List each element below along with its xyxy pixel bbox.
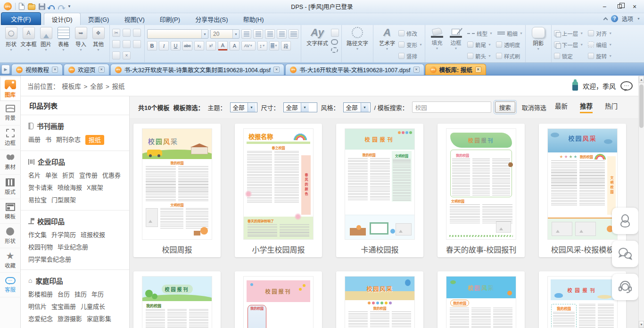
align-button[interactable]: 对齐▼ <box>588 28 612 39</box>
category-link[interactable]: 门型展架 <box>51 195 76 204</box>
delete-icon[interactable]: × <box>123 51 131 59</box>
category-link[interactable]: 恋爱纪念 <box>28 314 53 323</box>
menu-tab-print[interactable]: 印刷(P) <box>152 13 188 25</box>
category-link[interactable]: 书 <box>45 135 51 145</box>
doc-tab-template-library[interactable]: DPS 模板库: 报纸 × <box>425 64 486 75</box>
category-link[interactable]: 家庭影集 <box>87 314 111 323</box>
customize-quick-access-icon[interactable]: ▼ <box>67 4 71 8</box>
paste-icon[interactable] <box>112 51 120 59</box>
menu-tab-share-export[interactable]: 分享导出(S) <box>188 13 235 25</box>
category-link[interactable]: 期刊杂志 <box>56 135 81 145</box>
line-spacing-button[interactable]: ↕▼ <box>257 41 267 50</box>
theme-select[interactable]: 全部▼ <box>230 102 257 112</box>
category-link[interactable]: 升学简历 <box>51 230 76 239</box>
fill-button[interactable]: 填充▼ <box>428 27 446 50</box>
layer-down-button[interactable]: 下一层▼ <box>554 39 583 50</box>
template-card-primary-weekly[interactable]: 校报名称 春之校园 春风的颜色 春天的闹钟铃响了 <box>235 124 322 257</box>
breadcrumb-all[interactable]: 全部 <box>90 83 103 90</box>
category-link[interactable]: 贺卡请柬 <box>28 183 53 192</box>
rotate-button[interactable]: 旋转▼ <box>588 50 612 61</box>
redo-icon[interactable] <box>58 5 64 9</box>
category-link[interactable]: 作文集 <box>28 230 47 239</box>
customer-service-button[interactable] <box>612 274 638 300</box>
category-link[interactable]: 易拉宝 <box>28 195 47 204</box>
close-tab-icon[interactable]: × <box>413 67 420 73</box>
category-link[interactable]: 优惠券 <box>102 171 121 180</box>
sidebar-item-background[interactable]: 背景 <box>0 101 21 126</box>
text-style-button[interactable]: Ay 文字样式 <box>304 27 331 47</box>
scroll-thumb[interactable] <box>639 84 644 128</box>
category-link[interactable]: 画册 <box>28 135 41 145</box>
category-link[interactable]: X展架 <box>87 183 103 192</box>
sidebar-item-favorites[interactable]: ★收藏 <box>0 248 21 273</box>
template-card-spring-story[interactable]: 校园报刊 我的校园 文明校园 春天的故事-校园报刊 <box>438 124 525 257</box>
doc-tab-video-tutorial[interactable]: DPS 视频教程 × <box>11 64 63 75</box>
doc-tab-welcome[interactable]: DPS 欢迎页 × <box>64 64 109 75</box>
sidebar-item-border[interactable]: 边框 <box>0 126 21 150</box>
align-right-button[interactable] <box>265 29 275 39</box>
text-wrap-icon[interactable] <box>331 29 339 37</box>
group-button[interactable]: 编组▼ <box>588 39 612 50</box>
align-justify-button[interactable] <box>277 29 287 39</box>
doc-tab-book32[interactable]: DPS 书-大32开软皮平装-诗集散文文集封面190628-1004.dpsf … <box>110 64 285 75</box>
doc-tab-book16[interactable]: DPS 书-大16开软皮平装-文档190628-1007.dpsf × <box>285 64 424 75</box>
category-link[interactable]: 宣传册 <box>79 171 98 180</box>
sidebar-item-layout[interactable]: 版式 <box>0 175 21 199</box>
art-text-button[interactable]: A 艺术字▼ <box>376 27 398 50</box>
sidebar-item-template[interactable]: 模板 <box>0 199 21 224</box>
options-dropdown-icon[interactable]: ▼ <box>637 17 640 20</box>
restore-button[interactable] <box>612 1 627 12</box>
font-family-select[interactable]: ▼ <box>147 29 208 39</box>
breadcrumb-newspaper[interactable]: 报纸 <box>112 83 125 90</box>
scroll-down-button[interactable]: ▼ <box>639 321 644 328</box>
search-button[interactable]: 搜索 <box>495 101 515 113</box>
open-file-icon[interactable] <box>28 4 35 10</box>
collapse-ribbon-icon[interactable] <box>603 17 608 22</box>
menu-tab-file[interactable]: 文件(F) <box>1 12 41 25</box>
vertical-scrollbar[interactable]: ▲ ▼ <box>638 76 644 328</box>
sidebar-item-gallery[interactable]: 图库 <box>0 76 21 101</box>
category-link[interactable]: 喷绘海报 <box>58 183 82 192</box>
menu-tab-design[interactable]: 设计(D) <box>44 13 81 25</box>
close-tab-icon[interactable]: × <box>475 67 481 73</box>
sort-recommended[interactable]: 推荐 <box>580 101 593 113</box>
font-size-select[interactable]: 20▼ <box>210 29 239 39</box>
line-type-button[interactable]: 线型 <box>477 30 487 37</box>
transform-button[interactable]: 变形▼ <box>398 39 422 50</box>
layer-up-button[interactable]: 上一层▼ <box>554 28 583 39</box>
category-link[interactable]: 宝宝画册 <box>51 302 76 311</box>
subscript-button[interactable]: x₂ <box>194 41 204 50</box>
highlight-color-button[interactable]: A <box>230 41 239 50</box>
wechat-contact-button[interactable] <box>612 241 638 267</box>
menu-tab-page[interactable]: 页面(G) <box>81 13 117 25</box>
new-document-icon[interactable] <box>19 3 25 10</box>
category-link[interactable]: 毕业纪念册 <box>58 243 88 252</box>
insert-textbox-button[interactable]: A 文本框▼ <box>20 27 37 51</box>
columns-button[interactable]: ▼ <box>269 41 279 50</box>
align-distribute-button[interactable] <box>289 29 298 39</box>
category-link[interactable]: 台历 <box>58 290 70 299</box>
category-link[interactable]: 影楼相册 <box>28 290 53 299</box>
select-cursor-icon[interactable] <box>123 40 131 48</box>
style-select[interactable]: 全部▼ <box>343 102 371 112</box>
size-select[interactable]: 全部▼ <box>283 102 317 112</box>
qq-contact-button[interactable] <box>612 208 638 234</box>
strikethrough-button[interactable]: abc <box>182 41 192 50</box>
superscript-button[interactable]: x² <box>206 41 216 50</box>
modify-button[interactable]: 修改 <box>398 28 422 39</box>
category-link[interactable]: 单张 <box>45 171 58 180</box>
minimize-button[interactable]: − <box>597 1 612 12</box>
insert-image-button[interactable]: 图片▼ <box>37 27 55 51</box>
border-button[interactable]: 边框▼ <box>446 27 465 50</box>
category-link[interactable]: 旅游摄影 <box>58 314 82 323</box>
category-link[interactable]: 班报校报 <box>81 230 105 239</box>
category-link[interactable]: 名片 <box>28 171 41 180</box>
opacity-button[interactable]: 透明度 <box>504 41 520 49</box>
breadcrumb-template-library[interactable]: 模板库 <box>62 83 81 90</box>
sidebar-item-support[interactable]: ⋯客服 <box>0 273 21 297</box>
template-card-campus-weekly[interactable]: 校园风采 我的校园 文明校园 校园周报 <box>133 124 221 257</box>
menu-tab-view[interactable]: 视图(V) <box>116 13 152 25</box>
template-card[interactable]: 校园风采 我的校园 <box>336 271 423 328</box>
menu-tab-help[interactable]: 帮助(H) <box>235 13 271 25</box>
format-draw-icon[interactable] <box>133 40 141 48</box>
